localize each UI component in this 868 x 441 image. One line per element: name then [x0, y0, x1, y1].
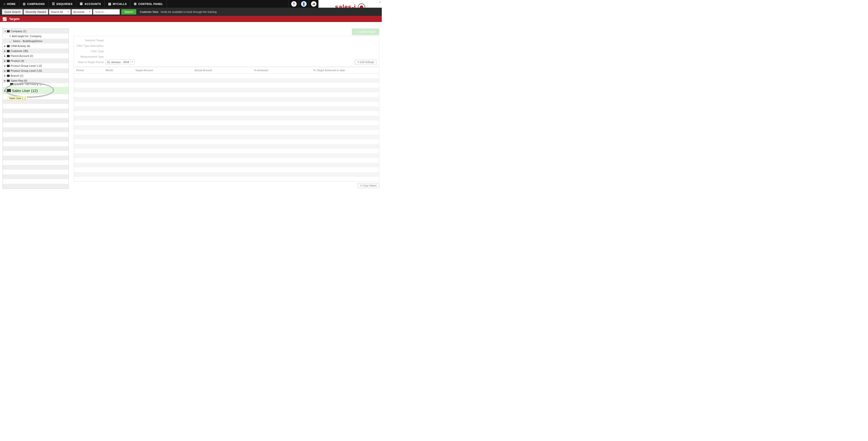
expand-icon[interactable]: ▶ [4, 75, 6, 77]
enquiries-icon: ☰ [52, 2, 55, 6]
expand-icon[interactable]: ▶ [4, 50, 6, 52]
tree-label: Sales Territory (.. [14, 83, 43, 86]
nav-home[interactable]: ⌂HOME [0, 0, 19, 8]
folder-icon [7, 65, 10, 67]
nav-accounts-label: ACCOUNTS [85, 2, 101, 5]
tree-row-blank [3, 175, 68, 179]
nav-mycalls-label: MYCALLS [113, 2, 127, 5]
col-pct-achieved[interactable]: % Achieved [252, 67, 312, 73]
search-scope-select[interactable]: Search All▼ [49, 9, 71, 14]
tree-label: Sales Rep (6) [11, 79, 27, 82]
table-row [74, 111, 379, 116]
col-period[interactable]: Period [74, 67, 104, 73]
tree-row-blank [3, 137, 68, 141]
tree-item-sales-user[interactable]: ▶Sales User (12) [3, 87, 68, 94]
period-value: (1) January - 2018 [107, 61, 129, 64]
nav-enquiries[interactable]: ☰ENQUIRIES [49, 0, 76, 8]
recently-viewed-button[interactable]: Recently Viewed [24, 9, 48, 14]
tree-item-pg1[interactable]: ▶Product Group Level 1 (2) [3, 63, 68, 68]
caret-icon: ▼ [65, 11, 69, 13]
page-title-bar: 📈 Targets [0, 16, 382, 22]
tree-item-company[interactable]: ▼Company (1) [3, 29, 68, 34]
col-pct-target-to-date[interactable]: % Target Achieved to date [312, 67, 379, 73]
tree-label: Product (4) [11, 59, 24, 62]
tree-row-blank [3, 156, 68, 160]
tree-item-sales-territory[interactable]: Sales Territory (.. [3, 83, 68, 87]
form-label-period: Start of Target Period [76, 61, 105, 64]
nav-control-panel[interactable]: ⊞CONTROL PANEL [130, 0, 167, 8]
nav-accounts[interactable]: 🏛ACCOUNTS [76, 0, 105, 8]
caret-icon: ▼ [87, 11, 91, 13]
nav-campaigns[interactable]: ◎CAMPAIGNS [19, 0, 48, 8]
expand-icon[interactable]: ▶ [4, 70, 6, 72]
tree-item-branch[interactable]: ▶Branch (2) [3, 73, 68, 78]
tooltip: Sales User (...) [8, 96, 27, 100]
expand-icon[interactable]: ▶ [4, 60, 6, 62]
table-row [74, 144, 379, 149]
tree-row-blank [3, 151, 68, 156]
tree-label: Demo - BuildSuppDemo [13, 39, 42, 42]
tree-label: Product Group Level 2 (0) [11, 69, 42, 72]
page-title: Targets [9, 17, 20, 21]
col-actual-amount[interactable]: Actual Amount [193, 67, 252, 73]
period-select[interactable]: (1) January - 2018 [105, 60, 134, 65]
copy-values-button[interactable]: Copy Values [357, 183, 379, 188]
tree-label: Product Group Level 1 (2) [11, 64, 42, 67]
folder-icon [7, 30, 10, 32]
tree-item-demo[interactable]: 📈Demo - BuildSuppDemo [3, 39, 68, 43]
detail-panel: Update Target Selected Target Filter Typ… [74, 28, 379, 188]
tree-label: Parent Account (2) [11, 55, 33, 57]
table-row [74, 177, 379, 182]
edit-settings-button[interactable]: Edit Settings [354, 60, 377, 65]
help-button[interactable]: ? [289, 0, 299, 8]
tree-item-add-target[interactable]: +Add target for: Company [3, 34, 68, 39]
tree-item-pg2[interactable]: ▶Product Group Level 2 (0) [3, 68, 68, 73]
search-input[interactable] [93, 9, 120, 14]
col-target-amount[interactable]: Target Amount [133, 67, 193, 73]
home-icon: ⌂ [3, 2, 5, 6]
tree-label: CRM Activity (8) [11, 44, 30, 48]
nav-mycalls[interactable]: ▤MYCALLS [105, 0, 130, 8]
search-entity-select[interactable]: Accounts▼ [71, 9, 92, 14]
search-scope-label: Search All [51, 10, 63, 13]
folder-icon [7, 80, 10, 82]
ticker-text: hortly be available to book through the … [161, 10, 217, 13]
search-entity-label: Accounts [73, 10, 84, 13]
tree-item-sales-rep[interactable]: ▶Sales Rep (6) [3, 78, 68, 83]
user-button[interactable]: 👤 [299, 0, 309, 8]
tree-item-product[interactable]: ▶Product (4) [3, 58, 68, 63]
expand-icon[interactable]: ▶ [4, 45, 6, 47]
expand-icon[interactable]: ▼ [4, 30, 6, 32]
forward-button[interactable]: ➔ [309, 0, 318, 8]
expand-icon[interactable]: ▶ [4, 80, 6, 82]
expand-icon[interactable]: ▶ [4, 55, 6, 57]
form-label-ftdesc: Filter Type Description [76, 44, 105, 47]
tree-row-blank [3, 108, 68, 113]
tree-label: Branch (2) [11, 74, 23, 77]
quick-search-button[interactable]: Quick Search [2, 9, 23, 14]
table-row [74, 172, 379, 177]
tree-item-crm[interactable]: ▶CRM Activity (8) [3, 43, 68, 49]
expand-icon[interactable]: ▶ [4, 89, 6, 92]
form-label-mtype: Measurement Type [76, 55, 105, 58]
update-target-button[interactable]: Update Target [352, 28, 379, 35]
col-month[interactable]: Month [104, 67, 133, 73]
tree-row-blank [3, 123, 68, 127]
tree-row-blank [3, 104, 68, 108]
user-icon: 👤 [301, 1, 307, 7]
table-row [74, 102, 379, 106]
search-bar: Quick Search Recently Viewed Search All▼… [0, 8, 382, 16]
tree-row-blank [3, 170, 68, 175]
tree-item-customer[interactable]: ▶Customer (30) [3, 49, 68, 54]
folder-icon [7, 75, 10, 77]
tree-row-blank [3, 127, 68, 132]
chart-icon: 📈 [9, 40, 12, 42]
tree-row-blank [3, 160, 68, 165]
tree-label: Sales User (12) [12, 89, 38, 93]
tree-label: Company (1) [11, 30, 27, 33]
table-row [74, 92, 379, 97]
expand-icon[interactable]: ▶ [4, 65, 6, 67]
tree-item-parent-account[interactable]: ▶Parent Account (2) [3, 54, 68, 58]
top-nav: ⌂HOME ◎CAMPAIGNS ☰ENQUIRIES 🏛ACCOUNTS ▤M… [0, 0, 382, 8]
search-button[interactable]: Search [121, 9, 136, 14]
